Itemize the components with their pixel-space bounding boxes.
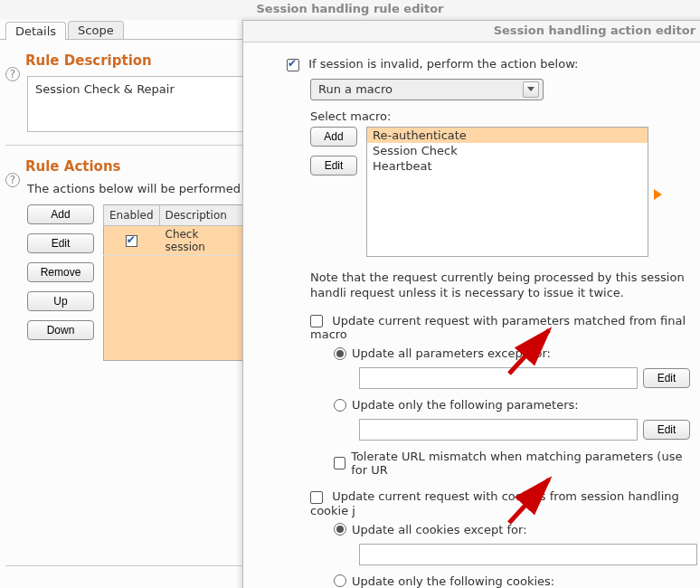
- cookies-except-input[interactable]: [359, 544, 697, 565]
- down-button[interactable]: Down: [27, 320, 94, 340]
- update-only-cookies-label: Update only the following cookies:: [352, 574, 554, 588]
- action-select-value: Run a macro: [318, 82, 393, 96]
- macro-list[interactable]: Re-authenticate Session Check Heartbeat: [366, 127, 648, 257]
- update-params-label: Update current request with parameters m…: [310, 314, 686, 342]
- update-params-checkbox[interactable]: [310, 315, 323, 327]
- table-empty-area: [104, 256, 246, 361]
- params-except-input[interactable]: [359, 367, 638, 389]
- invalid-session-label: If session is invalid, perform the actio…: [308, 57, 578, 71]
- update-cookies-checkbox[interactable]: [310, 491, 323, 504]
- update-cookies-label: Update current request with cookies from…: [310, 489, 679, 517]
- edit-button[interactable]: Edit: [27, 233, 94, 253]
- up-button[interactable]: Up: [27, 291, 94, 311]
- table-row[interactable]: Check session: [104, 226, 246, 256]
- update-only-cookies-radio[interactable]: [334, 574, 346, 587]
- update-all-cookies-label: Update all cookies except for:: [352, 523, 527, 536]
- play-icon[interactable]: [654, 189, 662, 200]
- update-all-params-label: Update all parameters except for:: [352, 346, 551, 360]
- rule-actions-buttons: Add Edit Remove Up Down: [27, 204, 94, 340]
- params-except-edit-button[interactable]: Edit: [643, 368, 690, 388]
- macro-add-button[interactable]: Add: [310, 127, 357, 147]
- rule-description-value: Session Check & Repair: [35, 82, 175, 96]
- select-macro-label: Select macro:: [310, 109, 697, 123]
- remove-button[interactable]: Remove: [27, 262, 94, 282]
- tab-scope[interactable]: Scope: [68, 21, 124, 39]
- macro-item[interactable]: Heartbeat: [367, 158, 648, 174]
- tolerate-url-checkbox[interactable]: [334, 457, 345, 469]
- macro-item[interactable]: Session Check: [367, 143, 648, 158]
- row-enabled-checkbox[interactable]: [126, 235, 137, 247]
- update-all-cookies-radio[interactable]: [334, 523, 346, 536]
- help-icon[interactable]: ?: [5, 173, 20, 187]
- update-only-params-label: Update only the following parameters:: [352, 398, 579, 412]
- add-button[interactable]: Add: [27, 204, 94, 224]
- macro-edit-button[interactable]: Edit: [310, 156, 357, 175]
- update-all-params-radio[interactable]: [334, 347, 346, 360]
- chevron-down-icon: [523, 81, 539, 98]
- params-only-input[interactable]: [359, 419, 638, 441]
- invalid-session-checkbox[interactable]: [287, 59, 299, 71]
- action-select[interactable]: Run a macro: [310, 79, 544, 100]
- help-icon[interactable]: ?: [5, 67, 20, 81]
- actions-table[interactable]: Enabled Description Check session: [103, 204, 246, 361]
- tab-details[interactable]: Details: [5, 22, 66, 40]
- update-only-params-radio[interactable]: [334, 399, 346, 412]
- row-description: Check session: [159, 226, 245, 256]
- rule-window-title: Session handling rule editor: [0, 0, 700, 20]
- macro-item[interactable]: Re-authenticate: [367, 128, 648, 143]
- params-only-edit-button[interactable]: Edit: [643, 420, 690, 440]
- note-text: Note that the request currently being pr…: [310, 270, 697, 301]
- action-window-title: Session handling action editor -: [243, 21, 700, 43]
- col-enabled[interactable]: Enabled: [104, 205, 160, 226]
- col-description[interactable]: Description: [159, 205, 245, 226]
- action-editor-window: Session handling action editor - If sess…: [242, 20, 700, 588]
- tolerate-url-label: Tolerate URL mismatch when matching para…: [351, 450, 697, 477]
